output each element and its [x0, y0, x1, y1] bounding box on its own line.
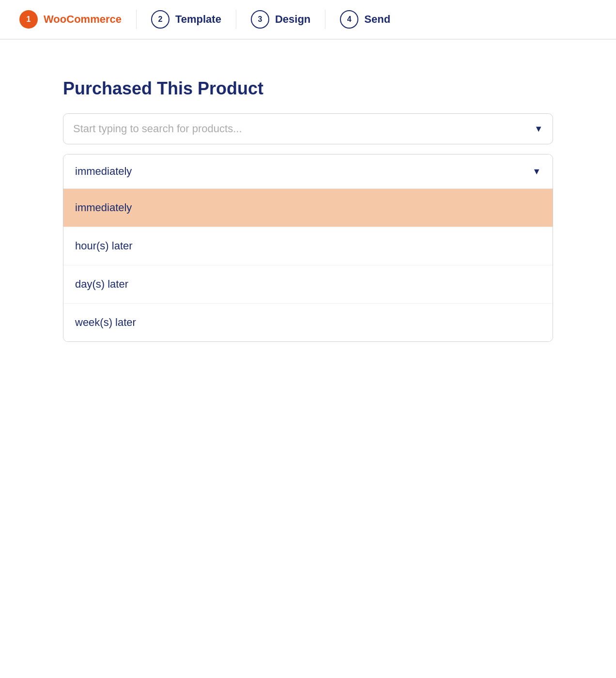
step-label-send: Send [364, 13, 390, 26]
step-send[interactable]: 4 Send [325, 10, 405, 29]
main-content: Purchased This Product ▼ immediately ▼ i… [0, 40, 616, 381]
timing-selected-value: immediately [75, 165, 532, 178]
timing-option-hours-later[interactable]: hour(s) later [63, 227, 553, 265]
section-title: Purchased This Product [63, 78, 553, 99]
step-number-send: 4 [340, 10, 358, 29]
step-label-template: Template [175, 13, 221, 26]
search-chevron-down-icon: ▼ [534, 124, 543, 134]
step-number-woocommerce: 1 [19, 10, 38, 29]
timing-dropdown-header[interactable]: immediately ▼ [63, 154, 553, 189]
step-label-design: Design [275, 13, 310, 26]
product-search-container[interactable]: ▼ [63, 113, 553, 144]
stepper-bar: 1 WooCommerce 2 Template 3 Design 4 Send [0, 0, 616, 40]
timing-chevron-down-icon: ▼ [532, 167, 541, 177]
step-template[interactable]: 2 Template [137, 10, 236, 29]
timing-option-immediately[interactable]: immediately [63, 189, 553, 227]
timing-option-days-later[interactable]: day(s) later [63, 265, 553, 304]
product-search-input[interactable] [73, 123, 534, 135]
timing-option-weeks-later[interactable]: week(s) later [63, 304, 553, 341]
step-number-template: 2 [151, 10, 169, 29]
timing-dropdown-options: immediately hour(s) later day(s) later w… [63, 189, 553, 341]
step-number-design: 3 [251, 10, 269, 29]
timing-dropdown[interactable]: immediately ▼ immediately hour(s) later … [63, 154, 553, 342]
step-woocommerce[interactable]: 1 WooCommerce [19, 10, 136, 29]
step-design[interactable]: 3 Design [236, 10, 325, 29]
step-label-woocommerce: WooCommerce [44, 13, 122, 26]
